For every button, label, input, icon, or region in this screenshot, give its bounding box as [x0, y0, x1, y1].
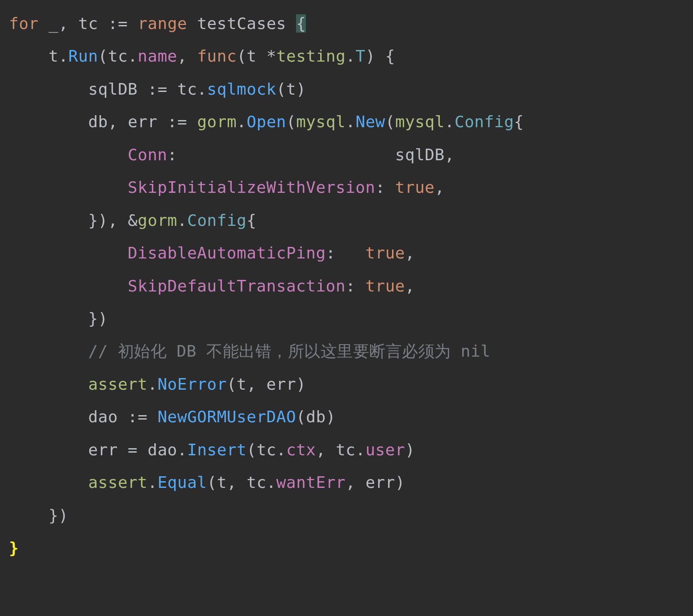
method-Run: Run	[68, 47, 98, 65]
keyword-range: range	[138, 14, 187, 33]
comma3: ,	[108, 112, 118, 131]
colon3: :	[326, 244, 336, 262]
var-sqlDB: sqlDB	[88, 80, 138, 98]
dot11: .	[276, 441, 286, 459]
var-dao: dao	[88, 408, 118, 426]
val-sqlDB: sqlDB	[395, 146, 445, 164]
rparen5: )	[296, 375, 306, 393]
func-Open: Open	[246, 112, 286, 131]
pkg-gorm: gorm	[197, 112, 237, 131]
dot8: .	[177, 211, 187, 229]
lbrace3: {	[246, 211, 256, 229]
lparen5: (	[385, 112, 395, 131]
func-New: New	[355, 112, 385, 131]
arg-db: db	[306, 408, 326, 426]
dot7: .	[445, 112, 455, 131]
method-Insert: Insert	[187, 441, 246, 459]
type-T: T	[355, 47, 365, 65]
rbrace2: }	[88, 309, 98, 328]
func-NewGORMUserDAO: NewGORMUserDAO	[158, 408, 296, 426]
keyword-func: func	[197, 47, 237, 65]
arg-t: t	[286, 80, 296, 98]
rparen8: )	[395, 473, 405, 491]
type-Config: Config	[455, 112, 514, 131]
arg-t3: t	[217, 473, 227, 491]
rparen6: )	[326, 408, 336, 426]
lparen6: (	[227, 375, 237, 393]
comma7: ,	[405, 244, 415, 262]
var-t: t	[49, 47, 58, 65]
star: *	[267, 47, 276, 65]
pkg-assert: assert	[88, 375, 147, 393]
code-editor[interactable]: for _, tc := range testCases { t.Run(tc.…	[0, 0, 693, 573]
rparen: )	[365, 47, 375, 65]
dot10: .	[177, 441, 187, 459]
short-var-decl3: :=	[167, 112, 187, 131]
lparen7: (	[296, 408, 306, 426]
ampersand: &	[128, 211, 138, 229]
var-tc2: tc	[108, 47, 128, 65]
dot14: .	[267, 473, 276, 491]
colon1: :	[167, 146, 177, 164]
var-testCases: testCases	[197, 14, 286, 33]
var-err2: err	[88, 441, 118, 459]
lbrace2: {	[514, 112, 524, 131]
dot2: .	[128, 47, 138, 65]
lparen: (	[98, 47, 108, 65]
comma11: ,	[227, 473, 237, 491]
rparen4: )	[98, 309, 108, 328]
field-SkipInitializeWithVersion: SkipInitializeWithVersion	[128, 178, 375, 196]
field-Conn: Conn	[128, 146, 167, 164]
var-err: err	[128, 112, 158, 131]
short-var-decl4: :=	[128, 408, 147, 426]
short-var-decl2: :=	[147, 80, 167, 98]
func-NoError: NoError	[158, 375, 227, 393]
dot3: .	[346, 47, 355, 65]
comma8: ,	[405, 277, 415, 295]
rparen9: )	[58, 506, 68, 524]
arg-err2: err	[365, 473, 395, 491]
pkg-gorm2: gorm	[138, 211, 177, 229]
dot12: .	[355, 441, 365, 459]
arg-err: err	[267, 375, 296, 393]
comma4: ,	[445, 146, 455, 164]
comma6: ,	[108, 211, 118, 229]
arg-t2: t	[237, 375, 246, 393]
field-user: user	[365, 441, 405, 459]
func-Equal: Equal	[158, 473, 207, 491]
true1: true	[395, 178, 435, 196]
rbrace3: }	[49, 506, 58, 524]
dot4: .	[197, 80, 207, 98]
comment-db-init: // 初始化 DB 不能出错，所以这里要断言必须为 nil	[88, 342, 490, 360]
comma2: ,	[177, 47, 187, 65]
pkg-mysql: mysql	[296, 112, 346, 131]
var-db: db	[88, 112, 108, 131]
colon4: :	[346, 277, 355, 295]
pkg-testing: testing	[276, 47, 346, 65]
comma5: ,	[435, 178, 445, 196]
var-tc6: tc	[246, 473, 266, 491]
lparen3: (	[276, 80, 286, 98]
lparen8: (	[246, 441, 256, 459]
comma: ,	[58, 14, 68, 33]
rparen7: )	[405, 441, 415, 459]
colon2: :	[375, 178, 385, 196]
var-tc4: tc	[256, 441, 276, 459]
matched-brace-close: }	[9, 539, 19, 557]
assign-eq: =	[128, 441, 138, 459]
true3: true	[365, 277, 405, 295]
field-wantErr: wantErr	[276, 473, 346, 491]
dot6: .	[346, 112, 355, 131]
lparen4: (	[286, 112, 296, 131]
comma10: ,	[316, 441, 326, 459]
keyword-for: for	[9, 14, 39, 33]
method-sqlmock: sqlmock	[207, 80, 276, 98]
comma9: ,	[246, 375, 256, 393]
var-tc3: tc	[177, 80, 197, 98]
dot5: .	[237, 112, 246, 131]
dot13: .	[147, 473, 157, 491]
pkg-assert2: assert	[88, 473, 147, 491]
field-ctx: ctx	[286, 441, 316, 459]
var-tc: tc	[78, 14, 98, 33]
field-SkipDefaultTransaction: SkipDefaultTransaction	[128, 277, 346, 295]
